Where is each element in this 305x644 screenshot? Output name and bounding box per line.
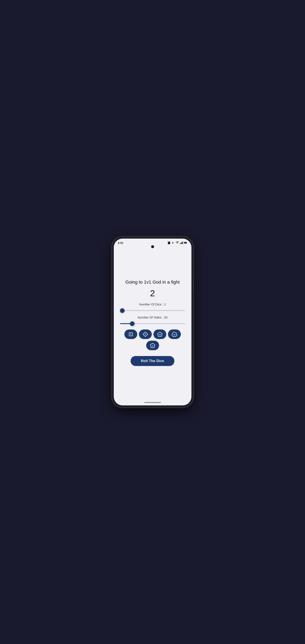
d20-icon: 20 <box>150 343 155 348</box>
svg-text:A: A <box>172 242 174 244</box>
svg-rect-12 <box>186 242 187 243</box>
phone-screen: 2:31 A <box>114 238 191 406</box>
d10-icon: 10 <box>157 332 163 337</box>
app-title: Going to 1v1 God in a fight <box>125 279 180 285</box>
dice-count-label: Number Of Dice : 1 <box>139 302 166 306</box>
camera-area <box>114 245 191 248</box>
d8-button[interactable]: 8 <box>139 330 152 339</box>
svg-rect-11 <box>184 242 186 243</box>
svg-text:10: 10 <box>159 334 161 336</box>
svg-rect-3 <box>169 241 170 242</box>
d10-button[interactable]: 10 <box>153 330 166 339</box>
app-content: Going to 1v1 God in a fight 2 Number Of … <box>114 249 191 400</box>
d12-button[interactable]: 12 <box>168 330 181 339</box>
wifi-icon <box>176 241 179 244</box>
svg-rect-1 <box>168 241 168 242</box>
svg-rect-7 <box>181 242 181 244</box>
sd-card-icon <box>167 241 171 244</box>
d6-button[interactable]: 6 <box>124 330 137 339</box>
dice-type-buttons: 6 8 10 <box>120 330 185 350</box>
translate-icon: A <box>171 241 175 244</box>
camera-dot <box>151 245 154 248</box>
home-indicator <box>114 400 191 406</box>
d20-button[interactable]: 20 <box>146 341 159 350</box>
dice-result: 2 <box>150 288 155 298</box>
status-bar: 2:31 A <box>114 238 191 246</box>
battery-icon <box>184 241 187 244</box>
svg-rect-6 <box>180 243 180 244</box>
dice-count-slider[interactable] <box>120 310 185 311</box>
roll-dice-button[interactable]: Roll The Dice <box>131 356 175 366</box>
svg-rect-9 <box>182 242 183 244</box>
power-button <box>193 278 193 291</box>
home-bar <box>144 402 161 403</box>
status-time: 2:31 <box>118 241 123 244</box>
sides-label: Number Of Sides : 20 <box>137 316 167 319</box>
phone-frame: 2:31 A <box>112 237 193 407</box>
svg-text:20: 20 <box>152 345 153 347</box>
svg-point-5 <box>177 243 177 244</box>
sides-slider-wrapper <box>120 321 185 326</box>
signal-icon <box>180 241 183 244</box>
svg-text:12: 12 <box>173 334 175 336</box>
svg-rect-8 <box>181 242 182 244</box>
dice-count-slider-wrapper <box>120 308 185 313</box>
d12-icon: 12 <box>172 332 177 337</box>
status-icons: A <box>167 241 187 244</box>
sides-slider[interactable] <box>120 323 185 324</box>
